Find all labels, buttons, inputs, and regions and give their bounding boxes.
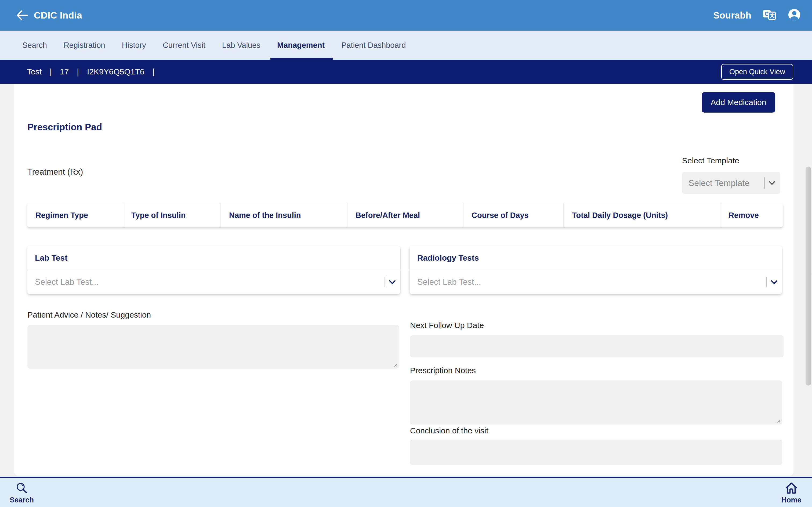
next-follow-up-label: Next Follow Up Date <box>410 321 484 330</box>
select-template-dropdown[interactable]: Select Template <box>682 172 780 194</box>
next-follow-up-input[interactable] <box>410 335 784 357</box>
lab-test-placeholder: Select Lab Test... <box>35 277 381 287</box>
column-header-regimen-type: Regimen Type <box>27 204 123 227</box>
tab-lab-values[interactable]: Lab Values <box>222 31 260 60</box>
resize-handle-icon[interactable] <box>393 362 398 367</box>
bottom-home-label: Home <box>781 496 801 504</box>
tab-patient-dashboard[interactable]: Patient Dashboard <box>341 31 406 60</box>
radiology-tests-placeholder: Select Lab Test... <box>417 277 763 287</box>
radiology-tests-title: Radiology Tests <box>410 246 782 270</box>
username: Sourabh <box>713 10 751 21</box>
chevron-down-icon <box>771 280 777 285</box>
patient-age: 17 <box>60 67 69 76</box>
lab-test-panel: Lab Test Select Lab Test... <box>27 246 400 294</box>
patient-advice-label: Patient Advice / Notes/ Suggestion <box>27 310 151 320</box>
translate-icon[interactable]: G <box>763 9 776 22</box>
medication-table-header: Regimen Type Type of Insulin Name of the… <box>27 204 783 227</box>
tab-current-visit[interactable]: Current Visit <box>163 31 205 60</box>
back-button[interactable] <box>14 7 30 23</box>
bottom-home-button[interactable]: Home <box>779 482 803 504</box>
column-header-course-of-days: Course of Days <box>463 204 564 227</box>
column-header-total-daily-dosage: Total Daily Dosage (Units) <box>564 204 721 227</box>
column-header-remove: Remove <box>721 204 783 227</box>
chevron-down-icon <box>389 280 396 285</box>
tab-history[interactable]: History <box>122 31 146 60</box>
back-arrow-icon <box>16 10 28 20</box>
dropdown-separator <box>384 277 385 287</box>
separator: | <box>77 67 79 76</box>
treatment-label: Treatment (Rx) <box>27 167 83 177</box>
main-nav: Search Registration History Current Visi… <box>0 31 812 60</box>
app-root: CDIC India Sourabh G <box>0 0 812 507</box>
separator: | <box>50 67 52 76</box>
patient-id: I2K9Y6Q5Q1T6 <box>87 67 144 76</box>
column-header-before-after-meal: Before/After Meal <box>348 204 463 227</box>
separator: | <box>152 67 154 76</box>
bottom-bar: Search Home <box>0 476 812 507</box>
home-icon <box>785 482 798 495</box>
prescription-notes-textarea[interactable] <box>410 381 782 425</box>
tab-management[interactable]: Management <box>277 31 325 60</box>
account-icon[interactable] <box>788 8 801 22</box>
tab-registration[interactable]: Registration <box>64 31 105 60</box>
conclusion-label: Conclusion of the visit <box>410 426 488 435</box>
prescription-notes-label: Prescription Notes <box>410 366 476 375</box>
select-template-label: Select Template <box>682 156 739 165</box>
page-title: Prescription Pad <box>27 122 102 132</box>
patient-info-bar: Test | 17 | I2K9Y6Q5Q1T6 | Open Quick Vi… <box>0 60 812 84</box>
conclusion-input[interactable] <box>410 440 782 465</box>
lab-test-select[interactable]: Select Lab Test... <box>27 270 400 294</box>
patient-advice-textarea[interactable] <box>27 325 399 369</box>
patient-name: Test <box>27 67 42 76</box>
lab-test-title: Lab Test <box>27 246 400 270</box>
dropdown-separator <box>766 277 767 287</box>
radiology-tests-select[interactable]: Select Lab Test... <box>410 270 782 294</box>
scrollbar-thumb[interactable] <box>806 167 811 386</box>
bottom-search-label: Search <box>10 496 34 504</box>
bottom-search-button[interactable]: Search <box>10 482 33 504</box>
search-icon <box>15 482 28 495</box>
app-title: CDIC India <box>34 10 82 21</box>
select-template-value: Select Template <box>688 178 760 188</box>
tab-search[interactable]: Search <box>22 31 47 60</box>
column-header-type-of-insulin: Type of Insulin <box>123 204 221 227</box>
dropdown-separator <box>764 177 765 188</box>
top-header: CDIC India Sourabh G <box>0 0 812 31</box>
add-medication-button[interactable]: Add Medication <box>702 92 775 113</box>
column-header-name-of-insulin: Name of the Insulin <box>221 204 348 227</box>
chevron-down-icon <box>768 180 775 185</box>
open-quick-view-button[interactable]: Open Quick View <box>721 64 793 80</box>
radiology-tests-panel: Radiology Tests Select Lab Test... <box>410 246 782 294</box>
resize-handle-icon[interactable] <box>776 418 780 423</box>
